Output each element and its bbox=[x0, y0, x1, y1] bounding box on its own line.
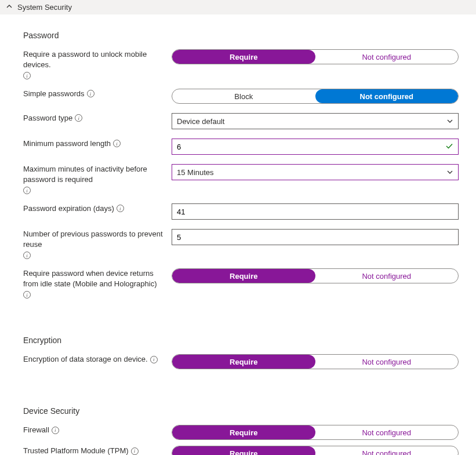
info-icon[interactable]: i bbox=[23, 291, 31, 299]
setting-label: Maximum minutes of inactivity before pas… bbox=[23, 164, 172, 194]
setting-label: Simple passwords i bbox=[23, 89, 172, 99]
select-password-type[interactable]: Device default bbox=[172, 113, 459, 129]
info-icon[interactable]: i bbox=[52, 427, 59, 434]
setting-label: Encryption of data storage on device. i bbox=[23, 354, 172, 365]
toggle-option-require[interactable]: Require bbox=[172, 446, 315, 455]
input-field[interactable] bbox=[177, 233, 453, 242]
select-value: Device default bbox=[177, 117, 224, 126]
toggle-option-require[interactable]: Require bbox=[172, 355, 315, 369]
toggle-firewall[interactable]: Require Not configured bbox=[172, 425, 459, 440]
row-require-password-unlock: Require a password to unlock mobile devi… bbox=[23, 49, 459, 79]
toggle-tpm[interactable]: Require Not configured bbox=[172, 446, 459, 455]
section-title: System Security bbox=[17, 3, 72, 12]
row-prev-passwords: Number of previous passwords to prevent … bbox=[23, 229, 459, 259]
row-password-type: Password type i Device default bbox=[23, 113, 459, 129]
select-value: 15 Minutes bbox=[177, 168, 214, 177]
toggle-option-not-configured[interactable]: Not configured bbox=[315, 446, 459, 455]
setting-label: Minimum password length i bbox=[23, 139, 172, 149]
chevron-down-icon bbox=[446, 118, 453, 125]
select-max-inactivity[interactable]: 15 Minutes bbox=[172, 164, 459, 180]
toggle-option-not-configured[interactable]: Not configured bbox=[315, 355, 459, 369]
row-encryption-storage: Encryption of data storage on device. i … bbox=[23, 354, 459, 369]
input-prev-passwords[interactable] bbox=[172, 229, 459, 245]
setting-label: Require password when device returns fro… bbox=[23, 268, 172, 299]
input-field[interactable] bbox=[177, 143, 445, 151]
checkmark-icon bbox=[445, 142, 453, 152]
toggle-option-not-configured[interactable]: Not configured bbox=[315, 89, 459, 103]
section-content: Password Require a password to unlock mo… bbox=[0, 14, 476, 455]
toggle-option-not-configured[interactable]: Not configured bbox=[315, 269, 459, 283]
input-field[interactable] bbox=[177, 208, 453, 216]
group-device-security-label: Device Security bbox=[23, 406, 459, 416]
row-min-password-length: Minimum password length i bbox=[23, 139, 459, 155]
chevron-up-icon bbox=[6, 3, 13, 12]
setting-label: Number of previous passwords to prevent … bbox=[23, 229, 172, 259]
toggle-option-require[interactable]: Require bbox=[172, 269, 315, 283]
info-icon[interactable]: i bbox=[117, 205, 124, 212]
row-require-idle-return: Require password when device returns fro… bbox=[23, 268, 459, 299]
setting-label: Trusted Platform Module (TPM) i bbox=[23, 446, 172, 455]
info-icon[interactable]: i bbox=[131, 447, 139, 455]
info-icon[interactable]: i bbox=[150, 356, 158, 363]
info-icon[interactable]: i bbox=[23, 252, 31, 259]
info-icon[interactable]: i bbox=[113, 140, 121, 147]
input-password-expiration[interactable] bbox=[172, 203, 459, 220]
info-icon[interactable]: i bbox=[23, 72, 31, 79]
setting-label: Password type i bbox=[23, 113, 172, 123]
section-header[interactable]: System Security bbox=[0, 0, 476, 14]
row-simple-passwords: Simple passwords i Block Not configured bbox=[23, 89, 459, 104]
toggle-simple-passwords[interactable]: Block Not configured bbox=[172, 89, 459, 104]
group-password-label: Password bbox=[23, 31, 459, 40]
chevron-down-icon bbox=[446, 169, 453, 176]
toggle-option-block[interactable]: Block bbox=[172, 89, 315, 103]
info-icon[interactable]: i bbox=[87, 90, 95, 97]
toggle-option-require[interactable]: Require bbox=[172, 425, 315, 439]
setting-label: Firewall i bbox=[23, 425, 172, 435]
toggle-require-password-unlock[interactable]: Require Not configured bbox=[172, 49, 459, 64]
toggle-encryption-storage[interactable]: Require Not configured bbox=[172, 354, 459, 369]
info-icon[interactable]: i bbox=[75, 114, 82, 122]
row-firewall: Firewall i Require Not configured bbox=[23, 425, 459, 440]
row-max-inactivity: Maximum minutes of inactivity before pas… bbox=[23, 164, 459, 194]
toggle-option-require[interactable]: Require bbox=[172, 50, 315, 64]
setting-label: Require a password to unlock mobile devi… bbox=[23, 49, 172, 79]
toggle-option-not-configured[interactable]: Not configured bbox=[315, 425, 459, 439]
row-tpm: Trusted Platform Module (TPM) i Require … bbox=[23, 446, 459, 455]
info-icon[interactable]: i bbox=[23, 187, 31, 194]
input-min-password-length[interactable] bbox=[172, 139, 459, 155]
toggle-require-idle-return[interactable]: Require Not configured bbox=[172, 268, 459, 283]
group-encryption-label: Encryption bbox=[23, 336, 459, 345]
row-password-expiration: Password expiration (days) i bbox=[23, 203, 459, 220]
toggle-option-not-configured[interactable]: Not configured bbox=[315, 50, 459, 64]
setting-label: Password expiration (days) i bbox=[23, 203, 172, 214]
